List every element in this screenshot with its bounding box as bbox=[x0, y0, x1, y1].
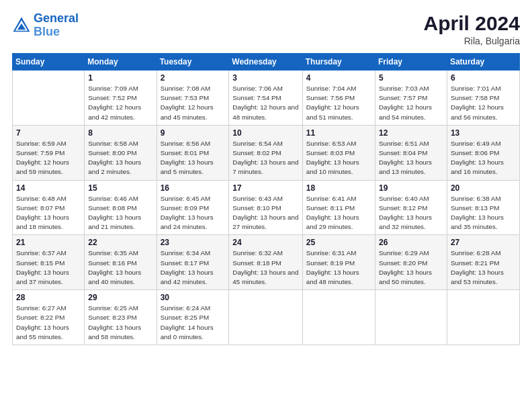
calendar-week-3: 14Sunrise: 6:48 AMSunset: 8:07 PMDayligh… bbox=[13, 180, 520, 235]
calendar-body: 1Sunrise: 7:09 AMSunset: 7:52 PMDaylight… bbox=[13, 71, 520, 345]
day-detail: Sunrise: 6:45 AMSunset: 8:09 PMDaylight:… bbox=[161, 194, 226, 232]
day-number: 29 bbox=[88, 293, 152, 302]
weekday-header-friday: Friday bbox=[375, 54, 447, 71]
calendar-cell: 23Sunrise: 6:34 AMSunset: 8:17 PMDayligh… bbox=[157, 235, 229, 290]
calendar-cell: 12Sunrise: 6:51 AMSunset: 8:04 PMDayligh… bbox=[375, 125, 447, 180]
day-number: 27 bbox=[451, 238, 516, 247]
day-number: 26 bbox=[379, 238, 443, 247]
day-detail: Sunrise: 6:25 AMSunset: 8:23 PMDaylight:… bbox=[88, 304, 152, 342]
calendar-cell: 27Sunrise: 6:28 AMSunset: 8:21 PMDayligh… bbox=[447, 235, 519, 290]
calendar-cell: 26Sunrise: 6:29 AMSunset: 8:20 PMDayligh… bbox=[375, 235, 447, 290]
calendar-cell: 11Sunrise: 6:53 AMSunset: 8:03 PMDayligh… bbox=[302, 125, 375, 180]
day-number: 22 bbox=[88, 238, 152, 247]
day-number: 6 bbox=[451, 73, 516, 83]
calendar-cell: 24Sunrise: 6:32 AMSunset: 8:18 PMDayligh… bbox=[229, 235, 302, 290]
weekday-header-monday: Monday bbox=[85, 54, 157, 71]
calendar-cell bbox=[302, 290, 375, 345]
day-detail: Sunrise: 7:06 AMSunset: 7:54 PMDaylight:… bbox=[232, 84, 298, 122]
day-detail: Sunrise: 6:54 AMSunset: 8:02 PMDaylight:… bbox=[232, 139, 298, 177]
day-detail: Sunrise: 6:35 AMSunset: 8:16 PMDaylight:… bbox=[88, 248, 152, 287]
location: Rila, Bulgaria bbox=[424, 36, 520, 46]
day-detail: Sunrise: 6:40 AMSunset: 8:12 PMDaylight:… bbox=[379, 194, 443, 232]
day-number: 4 bbox=[306, 73, 371, 83]
day-detail: Sunrise: 7:08 AMSunset: 7:53 PMDaylight:… bbox=[161, 84, 226, 122]
calendar-cell: 28Sunrise: 6:27 AMSunset: 8:22 PMDayligh… bbox=[13, 290, 85, 345]
calendar-cell: 20Sunrise: 6:38 AMSunset: 8:13 PMDayligh… bbox=[447, 180, 519, 235]
day-detail: Sunrise: 6:41 AMSunset: 8:11 PMDaylight:… bbox=[306, 194, 371, 232]
day-number: 5 bbox=[379, 73, 443, 83]
calendar-week-5: 28Sunrise: 6:27 AMSunset: 8:22 PMDayligh… bbox=[13, 290, 520, 345]
day-number: 9 bbox=[161, 128, 226, 138]
day-number: 13 bbox=[451, 128, 516, 138]
calendar-cell bbox=[447, 290, 519, 345]
logo-text: General Blue bbox=[34, 12, 79, 39]
day-detail: Sunrise: 7:01 AMSunset: 7:58 PMDaylight:… bbox=[451, 84, 516, 122]
day-detail: Sunrise: 6:48 AMSunset: 8:07 PMDaylight:… bbox=[16, 194, 81, 232]
calendar-cell bbox=[13, 71, 85, 126]
title-block: April 2024 Rila, Bulgaria bbox=[424, 12, 520, 46]
calendar-cell: 14Sunrise: 6:48 AMSunset: 8:07 PMDayligh… bbox=[13, 180, 85, 235]
calendar-week-1: 1Sunrise: 7:09 AMSunset: 7:52 PMDaylight… bbox=[13, 71, 520, 126]
day-detail: Sunrise: 6:38 AMSunset: 8:13 PMDaylight:… bbox=[451, 194, 516, 232]
day-number: 8 bbox=[88, 128, 152, 138]
day-number: 21 bbox=[16, 238, 81, 247]
day-detail: Sunrise: 6:59 AMSunset: 7:59 PMDaylight:… bbox=[16, 139, 81, 177]
day-detail: Sunrise: 6:56 AMSunset: 8:01 PMDaylight:… bbox=[161, 139, 226, 177]
day-number: 17 bbox=[232, 183, 298, 193]
calendar-cell: 22Sunrise: 6:35 AMSunset: 8:16 PMDayligh… bbox=[85, 235, 157, 290]
weekday-header-thursday: Thursday bbox=[302, 54, 375, 71]
day-detail: Sunrise: 6:24 AMSunset: 8:25 PMDaylight:… bbox=[161, 304, 226, 342]
weekday-header-sunday: Sunday bbox=[13, 54, 85, 71]
calendar-cell: 18Sunrise: 6:41 AMSunset: 8:11 PMDayligh… bbox=[302, 180, 375, 235]
calendar-cell: 25Sunrise: 6:31 AMSunset: 8:19 PMDayligh… bbox=[302, 235, 375, 290]
weekday-header-saturday: Saturday bbox=[447, 54, 519, 71]
day-detail: Sunrise: 7:03 AMSunset: 7:57 PMDaylight:… bbox=[379, 84, 443, 122]
day-detail: Sunrise: 6:37 AMSunset: 8:15 PMDaylight:… bbox=[16, 248, 81, 287]
day-detail: Sunrise: 6:32 AMSunset: 8:18 PMDaylight:… bbox=[232, 248, 298, 287]
calendar-table: SundayMondayTuesdayWednesdayThursdayFrid… bbox=[12, 53, 520, 345]
day-number: 18 bbox=[306, 183, 371, 193]
day-number: 3 bbox=[232, 73, 298, 83]
calendar-cell: 15Sunrise: 6:46 AMSunset: 8:08 PMDayligh… bbox=[85, 180, 157, 235]
day-number: 7 bbox=[16, 128, 81, 138]
month-year: April 2024 bbox=[424, 12, 520, 34]
calendar-cell: 19Sunrise: 6:40 AMSunset: 8:12 PMDayligh… bbox=[375, 180, 447, 235]
calendar-cell: 2Sunrise: 7:08 AMSunset: 7:53 PMDaylight… bbox=[157, 71, 229, 126]
day-number: 12 bbox=[379, 128, 443, 138]
day-number: 20 bbox=[451, 183, 516, 193]
calendar-cell bbox=[375, 290, 447, 345]
calendar-week-4: 21Sunrise: 6:37 AMSunset: 8:15 PMDayligh… bbox=[13, 235, 520, 290]
day-detail: Sunrise: 7:09 AMSunset: 7:52 PMDaylight:… bbox=[88, 84, 152, 122]
calendar-header: SundayMondayTuesdayWednesdayThursdayFrid… bbox=[13, 54, 520, 71]
calendar-cell: 10Sunrise: 6:54 AMSunset: 8:02 PMDayligh… bbox=[229, 125, 302, 180]
day-detail: Sunrise: 6:31 AMSunset: 8:19 PMDaylight:… bbox=[306, 248, 371, 287]
day-number: 15 bbox=[88, 183, 152, 193]
calendar-cell: 5Sunrise: 7:03 AMSunset: 7:57 PMDaylight… bbox=[375, 71, 447, 126]
calendar-cell bbox=[229, 290, 302, 345]
day-number: 28 bbox=[16, 293, 81, 302]
day-number: 24 bbox=[232, 238, 298, 247]
day-detail: Sunrise: 6:34 AMSunset: 8:17 PMDaylight:… bbox=[161, 248, 226, 287]
day-number: 23 bbox=[161, 238, 226, 247]
calendar-cell: 29Sunrise: 6:25 AMSunset: 8:23 PMDayligh… bbox=[85, 290, 157, 345]
day-detail: Sunrise: 6:51 AMSunset: 8:04 PMDaylight:… bbox=[379, 139, 443, 177]
day-number: 2 bbox=[161, 73, 226, 83]
day-detail: Sunrise: 6:43 AMSunset: 8:10 PMDaylight:… bbox=[232, 194, 298, 232]
calendar-cell: 16Sunrise: 6:45 AMSunset: 8:09 PMDayligh… bbox=[157, 180, 229, 235]
calendar-cell: 1Sunrise: 7:09 AMSunset: 7:52 PMDaylight… bbox=[85, 71, 157, 126]
calendar-cell: 21Sunrise: 6:37 AMSunset: 8:15 PMDayligh… bbox=[13, 235, 85, 290]
weekday-row: SundayMondayTuesdayWednesdayThursdayFrid… bbox=[13, 54, 520, 71]
day-detail: Sunrise: 6:58 AMSunset: 8:00 PMDaylight:… bbox=[88, 139, 152, 177]
calendar-cell: 7Sunrise: 6:59 AMSunset: 7:59 PMDaylight… bbox=[13, 125, 85, 180]
page: General Blue April 2024 Rila, Bulgaria S… bbox=[0, 0, 532, 411]
day-detail: Sunrise: 7:04 AMSunset: 7:56 PMDaylight:… bbox=[306, 84, 371, 122]
weekday-header-wednesday: Wednesday bbox=[229, 54, 302, 71]
calendar-cell: 8Sunrise: 6:58 AMSunset: 8:00 PMDaylight… bbox=[85, 125, 157, 180]
weekday-header-tuesday: Tuesday bbox=[157, 54, 229, 71]
day-detail: Sunrise: 6:49 AMSunset: 8:06 PMDaylight:… bbox=[451, 139, 516, 177]
calendar-cell: 4Sunrise: 7:04 AMSunset: 7:56 PMDaylight… bbox=[302, 71, 375, 126]
day-detail: Sunrise: 6:27 AMSunset: 8:22 PMDaylight:… bbox=[16, 304, 81, 342]
calendar-cell: 17Sunrise: 6:43 AMSunset: 8:10 PMDayligh… bbox=[229, 180, 302, 235]
calendar-cell: 13Sunrise: 6:49 AMSunset: 8:06 PMDayligh… bbox=[447, 125, 519, 180]
day-detail: Sunrise: 6:53 AMSunset: 8:03 PMDaylight:… bbox=[306, 139, 371, 177]
